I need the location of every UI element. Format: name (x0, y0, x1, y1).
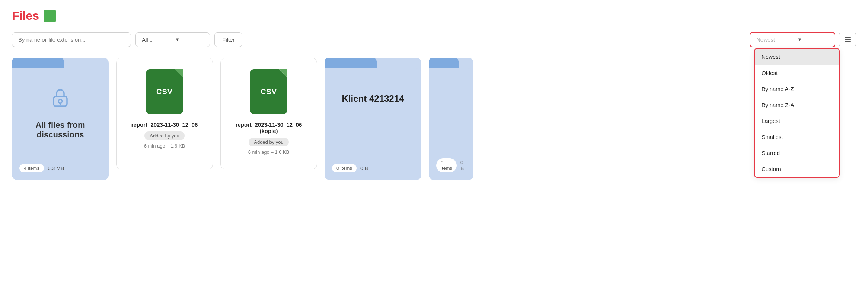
sort-option-oldest[interactable]: Oldest (755, 65, 839, 81)
card-body: CSV report_2023-11-30_12_06 (kopie) Adde… (220, 58, 317, 169)
items-badge: 4 items (19, 164, 44, 172)
sort-dropdown[interactable]: Newest ▼ (750, 32, 835, 47)
added-badge: Added by you (144, 131, 185, 140)
csv-filename: report_2023-11-30_12_06 (131, 121, 198, 128)
toolbar: All... ▼ Filter Newest ▼ Newest Oldest B… (12, 32, 856, 47)
file-card-all-discussions[interactable]: All files from discussions 4 items 6.3 M… (12, 58, 109, 180)
card-footer: 0 items 0 B (436, 158, 466, 172)
files-grid: All files from discussions 4 items 6.3 M… (12, 58, 856, 180)
add-file-button[interactable]: + (44, 10, 56, 22)
page-header: Files + (12, 9, 856, 23)
file-card-klient[interactable]: Klient 4213214 0 items 0 B (325, 58, 421, 180)
all-files-label: All files from discussions (19, 120, 101, 140)
file-card-csv-2[interactable]: CSV report_2023-11-30_12_06 (kopie) Adde… (220, 58, 317, 180)
added-badge: Added by you (249, 138, 289, 146)
folder-tab (325, 58, 377, 68)
file-size: 6.3 MB (48, 165, 64, 171)
chevron-down-icon: ▼ (175, 37, 180, 42)
sort-menu: Newest Oldest By name A-Z By name Z-A La… (754, 48, 840, 178)
csv-filename: report_2023-11-30_12_06 (kopie) (228, 121, 309, 134)
file-size: 0 B (460, 159, 466, 171)
csv-icon: CSV (250, 69, 287, 114)
folder-tab (429, 58, 459, 68)
list-icon (844, 36, 851, 43)
lock-icon (48, 86, 72, 114)
all-dropdown[interactable]: All... ▼ (135, 32, 210, 47)
list-view-button[interactable] (839, 32, 856, 47)
items-badge: 0 items (436, 158, 457, 172)
svg-rect-0 (845, 37, 851, 38)
folder-tab (12, 58, 64, 68)
items-badge: 0 items (332, 164, 357, 172)
file-card-partial[interactable]: 0 items 0 B (429, 58, 473, 180)
file-card-csv-1[interactable]: CSV report_2023-11-30_12_06 Added by you… (116, 58, 213, 180)
sort-option-largest[interactable]: Largest (755, 113, 839, 129)
svg-rect-1 (845, 39, 851, 40)
sort-option-starred[interactable]: Starred (755, 145, 839, 161)
file-meta: 6 min ago – 1.6 KB (248, 149, 290, 155)
sort-dropdown-wrapper: Newest ▼ Newest Oldest By name A-Z By na… (750, 32, 856, 47)
svg-rect-2 (845, 41, 851, 42)
file-size: 0 B (360, 165, 368, 171)
card-body: All files from discussions 4 items 6.3 M… (12, 68, 109, 180)
card-footer: 0 items 0 B (332, 164, 414, 172)
card-body: Klient 4213214 0 items 0 B (325, 68, 421, 180)
klient-label: Klient 4213214 (342, 93, 404, 104)
card-footer: 4 items 6.3 MB (19, 164, 101, 172)
page-title: Files (12, 9, 39, 23)
csv-icon: CSV (146, 69, 183, 114)
card-body: 0 items 0 B (429, 68, 473, 180)
file-meta: 6 min ago – 1.6 KB (144, 143, 185, 149)
sort-selected-label: Newest (756, 37, 775, 43)
sort-option-newest[interactable]: Newest (755, 49, 839, 65)
sort-option-name-az[interactable]: By name A-Z (755, 81, 839, 97)
sort-option-smallest[interactable]: Smallest (755, 129, 839, 145)
card-body: CSV report_2023-11-30_12_06 Added by you… (116, 58, 213, 169)
all-dropdown-label: All... (142, 37, 153, 43)
search-input[interactable] (12, 32, 131, 47)
sort-option-custom[interactable]: Custom (755, 161, 839, 177)
filter-button[interactable]: Filter (214, 32, 242, 47)
chevron-down-icon: ▼ (797, 37, 802, 42)
sort-option-name-za[interactable]: By name Z-A (755, 97, 839, 113)
